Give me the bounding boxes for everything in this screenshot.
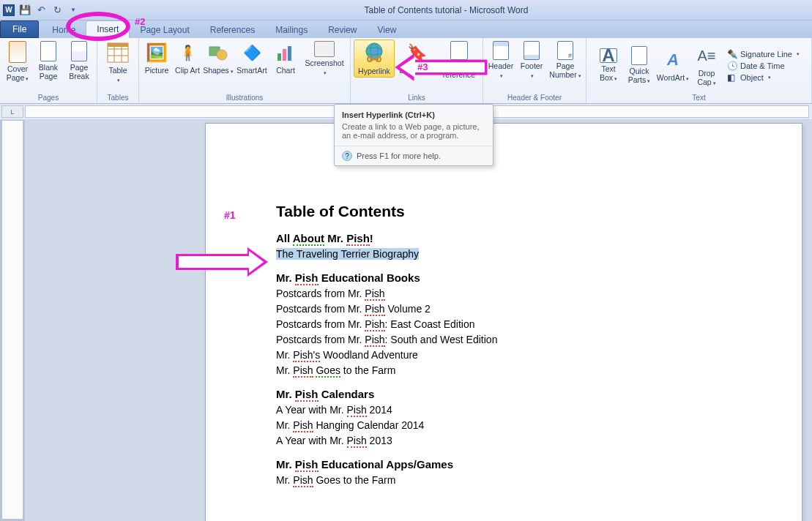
object-icon: ◧ [727, 72, 737, 83]
ribbon-tabs: File Home Insert Page Layout References … [0, 20, 812, 38]
object-button[interactable]: ◧Object▾ [727, 72, 800, 83]
save-icon[interactable]: 💾 [18, 3, 32, 18]
group-illustrations: 🖼️ Picture 🧍 Clip Art Shapes▾ 🔷 SmartArt [139, 38, 351, 103]
table-label: Table [108, 66, 127, 75]
doc-line[interactable]: Mr. Pish Hanging Calendar 2014 [276, 419, 731, 432]
doc-line[interactable]: Postcards from Mr. Pish [276, 287, 731, 301]
dropcap-label: Drop Cap [697, 69, 715, 86]
doc-title[interactable]: Table of Contents [276, 203, 731, 220]
svg-rect-5 [108, 43, 128, 47]
doc-line[interactable]: Mr. Pish's Woodland Adventure [276, 348, 731, 362]
blank-page-button[interactable]: Blank Page [34, 40, 63, 82]
ribbon-insert: Cover Page▾ Blank Page Page Break Pages … [0, 38, 812, 104]
textbox-label: Text Box [600, 64, 616, 82]
footer-icon [524, 41, 540, 60]
group-text: A Text Box▾ Quick Parts▾ A WordArt▾ A≡ D… [586, 38, 812, 103]
tab-file[interactable]: File [0, 20, 39, 38]
datetime-button[interactable]: 🕓Date & Time [727, 61, 800, 71]
chart-label: Chart [276, 66, 295, 75]
picture-icon: 🖼️ [145, 41, 168, 64]
object-label: Object [740, 73, 764, 82]
shapes-button[interactable]: Shapes▾ [204, 40, 233, 78]
doc-line[interactable]: Postcards from Mr. Pish: East Coast Edit… [276, 318, 731, 331]
page-break-label: Page Break [64, 63, 94, 80]
bookmark-icon: 🔖 [405, 41, 428, 64]
doc-line[interactable]: A Year with Mr. Pish 2014 [276, 403, 731, 417]
doc-section-1-heading[interactable]: All About Mr. Pish! [276, 232, 731, 244]
screenshot-label: Screenshot [305, 59, 343, 67]
chart-button[interactable]: Chart [271, 40, 300, 76]
cover-page-label: Cover Page [7, 64, 28, 82]
doc-line[interactable]: A Year with Mr. Pish 2013 [276, 434, 731, 448]
screenshot-icon [314, 41, 335, 57]
table-button[interactable]: Table▾ [100, 40, 135, 86]
datetime-icon: 🕓 [727, 61, 737, 71]
doc-line-selected[interactable]: The Traveling Terrier Biography [276, 247, 731, 261]
svg-rect-9 [283, 49, 286, 61]
footer-button[interactable]: Footer▾ [517, 40, 546, 82]
group-pages-label: Pages [3, 92, 94, 103]
blank-page-label: Blank Page [34, 63, 63, 80]
hyperlink-button[interactable]: Hyperlink [354, 40, 395, 78]
window-title: Table of Contents tutorial - Microsoft W… [81, 5, 812, 15]
cover-page-button[interactable]: Cover Page▾ [3, 40, 32, 85]
document-canvas[interactable]: Table of Contents All About Mr. Pish! Th… [25, 120, 812, 521]
wordart-icon: A [661, 48, 685, 72]
group-headerfooter-label: Header & Footer [486, 92, 583, 103]
blank-page-icon [40, 41, 56, 61]
doc-line[interactable]: Mr. Pish Goes to the Farm [276, 364, 731, 378]
signature-line-button[interactable]: ✒️Signature Line▾ [727, 49, 800, 59]
smartart-icon: 🔷 [240, 41, 264, 64]
wordart-label: WordArt [657, 73, 685, 82]
doc-section-2-heading[interactable]: Mr. Pish Educational Books [276, 271, 731, 284]
undo-icon[interactable]: ↶ [34, 3, 48, 18]
doc-line[interactable]: Postcards from Mr. Pish: South and West … [276, 333, 731, 347]
crossref-label: Cross-reference [439, 61, 480, 79]
tab-view[interactable]: View [368, 22, 407, 38]
header-button[interactable]: Header▾ [486, 40, 515, 82]
doc-section-4-heading[interactable]: Mr. Pish Educational Apps/Games [276, 458, 731, 471]
page-break-button[interactable]: Page Break [64, 40, 94, 82]
tab-mailings[interactable]: Mailings [265, 22, 318, 38]
tab-pagelayout[interactable]: Page Layout [130, 22, 199, 38]
tooltip-title: Insert Hyperlink (Ctrl+K) [335, 105, 493, 121]
tab-home[interactable]: Home [42, 22, 86, 38]
signature-icon: ✒️ [727, 49, 737, 59]
page-break-icon [71, 41, 87, 61]
doc-line[interactable]: Mr. Pish Goes to the Farm [276, 473, 731, 487]
pagenum-label: Page Number [549, 61, 576, 79]
quickparts-button[interactable]: Quick Parts▾ [625, 45, 654, 87]
hyperlink-icon [362, 42, 386, 65]
tab-insert[interactable]: Insert [86, 20, 130, 38]
bookmark-button[interactable]: 🔖 Bookmark [396, 40, 437, 76]
table-icon [106, 41, 130, 64]
vertical-ruler[interactable] [1, 120, 23, 520]
pagenum-icon: # [557, 41, 573, 60]
document-area: Table of Contents All About Mr. Pish! Th… [0, 120, 812, 521]
qat-dropdown-icon[interactable]: ▼ [66, 3, 81, 18]
tooltip-footer: ? Press F1 for more help. [335, 146, 493, 165]
screenshot-button[interactable]: Screenshot▾ [302, 40, 347, 79]
tab-review[interactable]: Review [318, 22, 367, 38]
clipart-button[interactable]: 🧍 Clip Art [173, 40, 202, 76]
header-icon [493, 41, 509, 60]
doc-line[interactable]: Postcards from Mr. Pish Volume 2 [276, 302, 731, 316]
picture-button[interactable]: 🖼️ Picture [142, 40, 171, 76]
document-page[interactable]: Table of Contents All About Mr. Pish! Th… [205, 123, 802, 521]
svg-point-7 [217, 50, 227, 60]
pagenum-button[interactable]: # Page Number▾ [548, 40, 583, 82]
crossref-button[interactable]: Cross-reference [439, 40, 480, 80]
signature-label: Signature Line [740, 50, 792, 59]
doc-section-3-heading[interactable]: Mr. Pish Calendars [276, 388, 731, 400]
smartart-button[interactable]: 🔷 SmartArt [234, 40, 269, 76]
tooltip-body: Create a link to a Web page, a picture, … [335, 121, 493, 146]
group-headerfooter: Header▾ Footer▾ # Page Number▾ Header & … [483, 38, 586, 103]
picture-label: Picture [145, 66, 169, 75]
dropcap-icon: A≡ [695, 44, 718, 67]
wordart-button[interactable]: A WordArt▾ [655, 47, 690, 85]
redo-icon[interactable]: ↻ [50, 3, 64, 18]
tab-references[interactable]: References [200, 22, 265, 38]
dropcap-button[interactable]: A≡ Drop Cap▾ [692, 42, 721, 89]
textbox-button[interactable]: A Text Box▾ [594, 47, 623, 85]
group-links: Hyperlink 🔖 Bookmark Cross-reference Lin… [351, 38, 483, 103]
